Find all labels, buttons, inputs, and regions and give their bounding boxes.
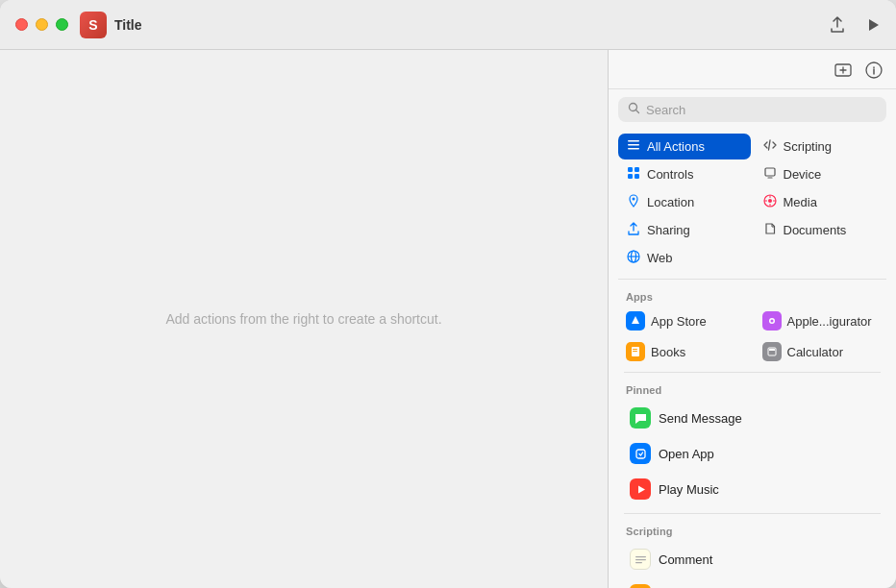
categories-grid: All Actions Scripting <box>609 130 896 275</box>
app-window: S Title Add actions from the right to cr… <box>0 0 896 588</box>
category-sharing[interactable]: Sharing <box>618 217 751 243</box>
appstore-icon <box>626 311 645 331</box>
app-item-configurator[interactable]: Apple...igurator <box>755 306 887 335</box>
search-bar <box>618 97 886 122</box>
app-item-books[interactable]: Books <box>618 337 751 366</box>
svg-rect-3 <box>628 140 639 142</box>
divider-2 <box>624 372 881 373</box>
svg-rect-4 <box>628 144 639 146</box>
category-device[interactable]: Device <box>755 161 887 187</box>
action-play-music[interactable]: Play Music <box>620 472 884 506</box>
all-actions-icon <box>626 138 641 155</box>
books-icon <box>626 342 645 361</box>
apps-grid: App Store Apple...igurator <box>618 305 886 368</box>
close-button[interactable] <box>15 18 28 31</box>
pinned-section-label: Pinned <box>618 380 886 398</box>
device-icon <box>762 166 778 183</box>
send-message-icon <box>630 407 651 429</box>
main-area: Add actions from the right to create a s… <box>0 50 608 588</box>
category-controls[interactable]: Controls <box>618 161 751 187</box>
svg-rect-8 <box>628 174 633 179</box>
titlebar-actions <box>829 16 881 34</box>
comment-icon <box>630 549 651 570</box>
share-button[interactable] <box>829 16 846 34</box>
scripting-list: Comment Show Result <box>618 539 886 588</box>
scripting-icon <box>762 138 778 155</box>
configurator-icon <box>762 311 782 331</box>
play-button[interactable] <box>865 17 881 33</box>
web-icon <box>626 250 641 266</box>
svg-rect-19 <box>633 349 637 350</box>
category-web[interactable]: Web <box>618 245 751 271</box>
category-all-actions[interactable]: All Actions <box>618 134 751 159</box>
documents-icon <box>762 222 778 238</box>
scripting-section-label: Scripting <box>618 522 886 539</box>
category-location[interactable]: Media Location <box>618 189 751 215</box>
sharing-icon <box>626 222 641 238</box>
app-item-calculator[interactable]: Calculator <box>755 337 887 366</box>
divider-1 <box>618 279 886 280</box>
main-hint: Add actions from the right to create a s… <box>165 311 441 327</box>
open-app-icon <box>630 443 651 464</box>
traffic-lights <box>15 18 68 31</box>
window-title: Title <box>114 17 142 33</box>
category-media[interactable]: Media <box>755 189 887 215</box>
app-item-appstore[interactable]: App Store <box>618 306 751 335</box>
svg-rect-23 <box>636 450 645 458</box>
svg-rect-24 <box>635 556 646 557</box>
category-scripting[interactable]: Scripting <box>755 134 887 159</box>
sidebar-scroll[interactable]: Apps App Store <box>609 283 896 588</box>
titlebar: S Title <box>0 0 896 50</box>
apps-section-label: Apps <box>618 287 886 305</box>
svg-point-17 <box>770 320 773 323</box>
content: Add actions from the right to create a s… <box>0 50 896 588</box>
pinned-section: Pinned Send Message <box>614 377 890 509</box>
svg-rect-7 <box>635 167 639 172</box>
svg-rect-5 <box>628 148 639 150</box>
divider-3 <box>624 513 881 514</box>
media-icon <box>762 194 778 210</box>
sidebar-header <box>609 50 896 89</box>
action-send-message[interactable]: Send Message <box>620 401 884 435</box>
play-music-icon <box>630 478 651 500</box>
scripting-actions-section: Scripting Comment <box>614 518 890 588</box>
search-icon <box>628 102 640 117</box>
action-comment[interactable]: Comment <box>620 542 884 576</box>
svg-rect-20 <box>633 351 637 352</box>
search-input[interactable] <box>646 103 877 117</box>
category-documents[interactable]: Documents <box>755 217 887 243</box>
controls-icon <box>626 166 641 183</box>
svg-rect-22 <box>769 349 775 351</box>
add-shortcut-icon[interactable] <box>833 60 854 81</box>
svg-rect-25 <box>635 559 646 560</box>
svg-rect-10 <box>765 168 775 176</box>
svg-point-11 <box>633 198 635 201</box>
show-result-icon <box>630 584 651 588</box>
location-icon <box>626 194 641 210</box>
app-icon: S <box>80 12 107 38</box>
apps-section: Apps App Store <box>614 283 890 368</box>
svg-point-13 <box>768 199 772 203</box>
minimize-button[interactable] <box>36 18 48 31</box>
svg-rect-9 <box>635 174 639 179</box>
action-open-app[interactable]: Open App <box>620 436 884 471</box>
sidebar: All Actions Scripting <box>608 50 896 588</box>
info-icon[interactable] <box>863 60 884 81</box>
calculator-icon <box>762 342 782 361</box>
action-show-result[interactable]: Show Result <box>620 577 884 588</box>
maximize-button[interactable] <box>56 18 68 31</box>
svg-rect-6 <box>628 167 633 172</box>
pinned-list: Send Message Open App <box>618 398 886 509</box>
svg-rect-26 <box>635 562 642 563</box>
